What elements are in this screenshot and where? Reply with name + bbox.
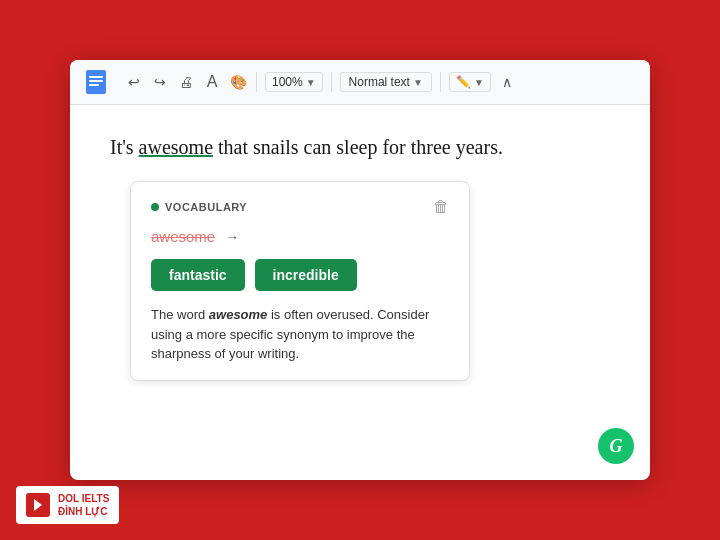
logo-line2: ĐÌNH LỰC xyxy=(58,505,109,518)
trash-icon[interactable]: 🗑 xyxy=(433,198,449,216)
style-label: Normal text xyxy=(349,75,410,89)
divider xyxy=(256,72,257,92)
dol-logo-icon xyxy=(26,493,50,517)
collapse-icon[interactable]: ∧ xyxy=(497,72,517,92)
sentence-prefix: It's xyxy=(110,136,139,158)
style-chevron: ▼ xyxy=(413,77,423,88)
suggestion-buttons: fantastic incredible xyxy=(151,259,449,291)
vocab-dot xyxy=(151,203,159,211)
style-control[interactable]: Normal text ▼ xyxy=(340,72,432,92)
desc-prefix: The word xyxy=(151,307,209,322)
suggestion-btn-incredible[interactable]: incredible xyxy=(255,259,357,291)
spellcheck-icon[interactable]: A xyxy=(202,72,222,92)
zoom-value: 100% xyxy=(272,75,303,89)
dol-logo: DOL IELTS ĐÌNH LỰC xyxy=(16,486,119,524)
divider2 xyxy=(331,72,332,92)
doc-content: It's awesome that snails can sleep for t… xyxy=(70,105,650,480)
undo-icon[interactable]: ↩ xyxy=(124,72,144,92)
grammarly-label: G xyxy=(610,436,623,457)
grammarly-button[interactable]: G xyxy=(598,428,634,464)
desc-bold: awesome xyxy=(209,307,268,322)
zoom-control[interactable]: 100% ▼ xyxy=(265,72,323,92)
svg-rect-3 xyxy=(89,84,99,86)
suggestion-btn-fantastic[interactable]: fantastic xyxy=(151,259,245,291)
vocabulary-card: VOCABULARY 🗑 awesome → fantastic incredi… xyxy=(130,181,470,381)
vocab-section-label: VOCABULARY xyxy=(165,201,247,213)
logo-line1: DOL IELTS xyxy=(58,492,109,505)
pen-chevron: ▼ xyxy=(474,77,484,88)
docs-icon xyxy=(82,68,110,96)
toolbar: ↩ ↪ 🖨 A 🎨 100% ▼ Normal text ▼ ✏️ ▼ ∧ xyxy=(70,60,650,105)
pen-control[interactable]: ✏️ ▼ xyxy=(449,72,491,92)
vocab-header: VOCABULARY 🗑 xyxy=(151,198,449,216)
print-icon[interactable]: 🖨 xyxy=(176,72,196,92)
svg-rect-2 xyxy=(89,80,103,82)
divider3 xyxy=(440,72,441,92)
original-word: awesome xyxy=(151,228,215,245)
highlighted-word: awesome xyxy=(139,136,213,158)
redo-icon[interactable]: ↪ xyxy=(150,72,170,92)
doc-sentence: It's awesome that snails can sleep for t… xyxy=(110,133,610,161)
document-window: ↩ ↪ 🖨 A 🎨 100% ▼ Normal text ▼ ✏️ ▼ ∧ It… xyxy=(70,60,650,480)
vocab-description: The word awesome is often overused. Cons… xyxy=(151,305,449,364)
zoom-chevron: ▼ xyxy=(306,77,316,88)
pen-icon: ✏️ xyxy=(456,75,471,89)
dol-logo-text: DOL IELTS ĐÌNH LỰC xyxy=(58,492,109,518)
vocab-label: VOCABULARY xyxy=(151,201,247,213)
svg-rect-1 xyxy=(89,76,103,78)
paint-format-icon[interactable]: 🎨 xyxy=(228,72,248,92)
sentence-suffix: that snails can sleep for three years. xyxy=(213,136,503,158)
word-replacement: awesome → xyxy=(151,228,449,245)
arrow-icon: → xyxy=(225,229,239,245)
